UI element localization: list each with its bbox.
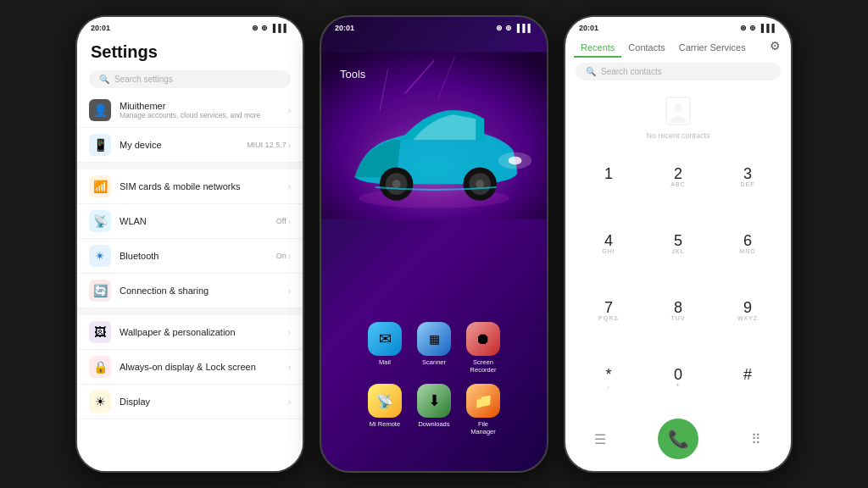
dialpad-icon[interactable]: ⠿ [743, 426, 769, 452]
settings-item-wallpaper[interactable]: 🖼 Wallpaper & personalization › [77, 315, 303, 350]
wlan-text: WLAN [120, 216, 268, 226]
scanner-label: Scanner [422, 358, 446, 366]
search-icon: 🔍 [586, 67, 596, 76]
no-contacts-text: No recent contacts [646, 131, 709, 140]
scanner-icon-symbol: ▦ [429, 332, 440, 346]
dial-num-8: 8 [674, 300, 682, 315]
settings-item-wlan[interactable]: 📡 WLAN Off › [77, 204, 303, 239]
wallpaper-text: Wallpaper & personalization [120, 327, 280, 337]
status-bar-home: 20:01 ⊛ ⊕ ▐▐ ▌ [321, 17, 547, 36]
settings-item-display[interactable]: ☀ Display › [77, 385, 303, 419]
dial-key-star[interactable]: * , [574, 345, 643, 412]
mydevice-label: My device [120, 140, 238, 150]
bluetooth-icon: ✴ [89, 245, 111, 267]
dial-key-2[interactable]: 2 ABC [643, 145, 713, 212]
sim-text: SIM cards & mobile networks [120, 181, 280, 191]
app-icon-files[interactable]: 📁 File Manager [466, 384, 500, 435]
remote-icon-symbol: 📡 [376, 393, 393, 409]
settings-list: 👤 Miuithemer Manage accounts, cloud serv… [77, 93, 303, 419]
recorder-label: Screen Recorder [470, 358, 497, 374]
files-icon-symbol: 📁 [474, 391, 492, 410]
divider-1 [77, 163, 303, 169]
svg-point-7 [392, 180, 401, 188]
settings-item-miuithemer[interactable]: 👤 Miuithemer Manage accounts, cloud serv… [77, 93, 303, 128]
dial-key-5[interactable]: 5 JKL [643, 212, 713, 279]
tab-carrier-services[interactable]: Carrier Services [672, 39, 753, 58]
settings-gear-icon[interactable]: ⚙ [770, 39, 781, 53]
files-icon: 📁 [466, 384, 500, 418]
dial-key-hash[interactable]: # [713, 345, 782, 412]
dial-num-3: 3 [743, 166, 752, 181]
connection-icon-symbol: 🔄 [93, 284, 108, 297]
settings-item-sim[interactable]: 📶 SIM cards & mobile networks › [77, 169, 303, 204]
dialer-search-bar[interactable]: 🔍 Search contacts [576, 63, 781, 80]
dial-key-6[interactable]: 6 MNO [713, 212, 782, 279]
app-icon-recorder[interactable]: ⏺ Screen Recorder [466, 322, 500, 374]
miuithemer-label: Miuithemer [120, 101, 280, 111]
wallpaper-icon: 🖼 [89, 321, 111, 343]
dialer-bottom-bar: ☰ 📞 ⠿ [565, 412, 791, 471]
settings-item-aod[interactable]: 🔒 Always-on display & Lock screen › [77, 350, 303, 385]
miui-version: MIUI 12.5.7 [247, 141, 287, 149]
wlan-label: WLAN [120, 216, 268, 226]
app-icon-scanner[interactable]: ▦ Scanner [417, 322, 451, 374]
settings-item-bluetooth[interactable]: ✴ Bluetooth On › [77, 239, 303, 274]
wlan-icon-symbol: 📡 [93, 214, 108, 228]
app-icon-remote[interactable]: 📡 Mi Remote [368, 384, 402, 435]
dial-key-3[interactable]: 3 DEF [713, 145, 782, 212]
dial-num-4: 4 [604, 233, 613, 248]
sim-right: › [288, 182, 291, 191]
chevron-icon: › [288, 397, 291, 407]
dial-num-0: 0 [674, 367, 682, 382]
app-row-2: 📡 Mi Remote ⬇ Downloads 📁 [368, 384, 500, 435]
recorder-icon-symbol: ⏺ [476, 330, 491, 348]
app-icon-mail[interactable]: ✉ Mail [368, 322, 402, 374]
chevron-icon: › [288, 106, 291, 115]
wlan-right: Off › [276, 217, 291, 226]
miuithemer-right: › [288, 106, 291, 115]
miuithemer-text: Miuithemer Manage accounts, cloud servic… [120, 101, 280, 119]
scanner-icon: ▦ [417, 322, 451, 356]
dial-sub-4: GHI [602, 248, 615, 257]
mail-label: Mail [379, 358, 391, 366]
downloads-icon: ⬇ [417, 384, 451, 418]
svg-point-10 [498, 152, 531, 169]
mail-icon-symbol: ✉ [379, 330, 392, 348]
connection-label: Connection & sharing [120, 286, 280, 296]
dial-key-1[interactable]: 1 [574, 145, 643, 212]
dial-key-7[interactable]: 7 PQRS [574, 279, 643, 346]
menu-icon[interactable]: ☰ [587, 426, 613, 452]
chevron-icon: › [288, 217, 291, 226]
aod-right: › [288, 363, 291, 372]
dial-key-4[interactable]: 4 GHI [574, 212, 643, 279]
settings-search-bar[interactable]: 🔍 Search settings [89, 70, 291, 88]
dial-sub-6: MNO [739, 248, 755, 257]
tab-contacts[interactable]: Contacts [621, 39, 671, 58]
chevron-icon: › [288, 363, 291, 372]
app-icon-downloads[interactable]: ⬇ Downloads [417, 384, 451, 435]
battery-icon: ▌ [284, 24, 289, 32]
settings-item-connection[interactable]: 🔄 Connection & sharing › [77, 274, 303, 308]
settings-item-mydevice[interactable]: 📱 My device MIUI 12.5.7 › [77, 128, 303, 163]
dial-key-8[interactable]: 8 TUV [643, 279, 713, 346]
dial-key-9[interactable]: 9 WXYZ [713, 279, 782, 346]
settings-content: Settings 🔍 Search settings 👤 Miuithemer [77, 17, 303, 471]
search-icon: 🔍 [99, 75, 109, 84]
dial-sub-star: , [608, 382, 610, 391]
status-time: 20:01 [335, 24, 354, 32]
status-time: 20:01 [579, 24, 598, 32]
wlan-status: Off [276, 217, 287, 225]
wallpaper-label: Wallpaper & personalization [120, 327, 280, 337]
display-icon-symbol: ☀ [95, 395, 106, 408]
mydevice-right: MIUI 12.5.7 › [247, 141, 291, 150]
dial-key-0[interactable]: 0 + [643, 345, 713, 412]
wallpaper-right: › [288, 328, 291, 337]
tab-recents[interactable]: Recents [574, 39, 621, 58]
bluetooth-status-icon: ⊛ [496, 24, 503, 32]
call-button[interactable]: 📞 [658, 419, 698, 459]
bluetooth-status: On [276, 252, 287, 260]
miuithemer-icon: 👤 [89, 99, 111, 121]
display-text: Display [120, 396, 280, 407]
bluetooth-text: Bluetooth [120, 251, 268, 261]
downloads-icon-symbol: ⬇ [428, 391, 441, 410]
